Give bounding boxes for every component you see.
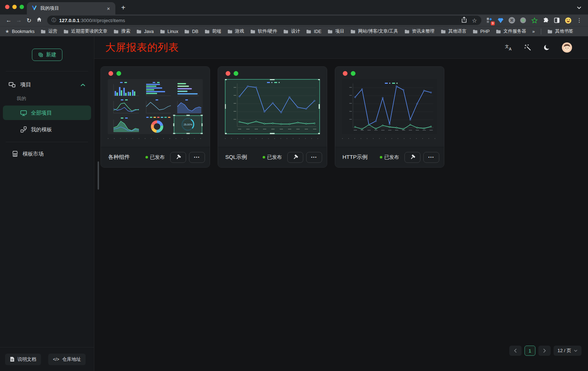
folder-icon xyxy=(63,29,69,34)
home-button[interactable] xyxy=(34,17,44,24)
project-card[interactable]: SQL示例 已发布 ••• xyxy=(218,66,327,168)
language-translate-icon[interactable]: 文A xyxy=(505,44,513,51)
current-page-button[interactable]: 1 xyxy=(525,346,535,356)
chevron-up-icon[interactable] xyxy=(81,82,85,88)
window-close-button[interactable] xyxy=(5,5,9,9)
hammer-icon xyxy=(175,154,181,160)
edit-hammer-button[interactable] xyxy=(404,152,420,163)
svg-text:文: 文 xyxy=(505,44,509,49)
docs-button[interactable]: 说明文档 xyxy=(5,354,41,365)
edit-hammer-button[interactable] xyxy=(287,152,303,163)
project-thumbnail[interactable] xyxy=(342,79,437,134)
address-bar[interactable]: ⓘ 127.0.0.1:3000/#/project/items ☆ xyxy=(47,16,481,25)
red-dot xyxy=(108,71,113,76)
side-panel-icon[interactable] xyxy=(553,17,560,24)
bookmark-folder[interactable]: 资讯未整理 xyxy=(404,28,435,34)
previous-page-button[interactable] xyxy=(509,346,522,356)
sidebar: 新建 项目 我的 全部项目 我的模板 模板 xyxy=(0,36,94,371)
project-card[interactable]: 25.00% 各种组件 已发布 ••• xyxy=(100,66,210,168)
share-icon[interactable] xyxy=(461,17,467,24)
magic-wand-icon[interactable] xyxy=(524,44,531,51)
tab-close-icon[interactable]: × xyxy=(105,5,112,12)
tab-manager-extension-icon[interactable]: 9 xyxy=(486,17,493,24)
command-extension-icon[interactable]: ⌘ xyxy=(508,17,515,24)
more-options-button[interactable]: ••• xyxy=(423,152,439,163)
recorder-extension-icon[interactable] xyxy=(519,17,527,24)
bookmarks-manager-item[interactable]: ★ Bookmarks xyxy=(5,29,34,34)
forward-button[interactable]: → xyxy=(14,17,24,24)
extension-icons: 9 ⌘ ⋮ xyxy=(484,17,584,24)
reload-button[interactable]: ↻ xyxy=(24,17,34,24)
red-dot xyxy=(343,71,348,76)
bookmark-folder[interactable]: 文件服务器 xyxy=(496,28,526,34)
hammer-icon xyxy=(292,154,299,160)
sidebar-section-projects[interactable]: 项目 xyxy=(0,77,94,92)
bookmark-folder[interactable]: 项目 xyxy=(328,28,344,34)
bookmark-folder[interactable]: 前端 xyxy=(205,28,221,34)
folder-icon xyxy=(350,29,355,34)
window-controls xyxy=(5,5,24,9)
browser-tab-strip: 我的项目 × + xyxy=(0,0,588,15)
bookmark-folder[interactable]: PHP xyxy=(473,29,490,34)
project-thumbnail[interactable] xyxy=(225,79,320,134)
project-thumbnail[interactable]: 25.00% xyxy=(108,79,203,134)
bookmark-folder[interactable]: Linux xyxy=(160,29,178,34)
edit-hammer-button[interactable] xyxy=(170,152,186,163)
code-icon: </> xyxy=(53,357,59,362)
sidebar-item-my-templates[interactable]: 我的模板 xyxy=(3,122,91,137)
bookmark-folder[interactable]: 软件/硬件 xyxy=(250,28,277,34)
folder-icon xyxy=(496,29,501,34)
bookmark-folder[interactable]: 设计 xyxy=(283,28,300,34)
new-tab-button[interactable]: + xyxy=(121,4,126,12)
bookmark-folder[interactable]: Java xyxy=(136,29,153,34)
sidebar-item-template-market[interactable]: 模板市场 xyxy=(3,146,91,162)
bookmark-folder[interactable]: 近期需要读的文章 xyxy=(63,28,107,34)
bookmark-label: 项目 xyxy=(335,28,344,34)
green-dot xyxy=(116,71,121,76)
site-info-icon[interactable]: ⓘ xyxy=(52,17,56,24)
green-star-extension-icon[interactable] xyxy=(531,17,538,24)
green-dot xyxy=(234,71,238,76)
bookmark-folder[interactable]: DB xyxy=(184,29,198,34)
more-options-button[interactable]: ••• xyxy=(306,152,322,163)
bookmark-folder[interactable]: 搜索 xyxy=(114,28,130,34)
folder-icon xyxy=(184,29,189,34)
other-bookmarks-folder[interactable]: 其他书签 xyxy=(547,28,573,34)
next-page-button[interactable] xyxy=(538,346,551,356)
back-button[interactable]: ← xyxy=(4,17,14,24)
sidebar-divider xyxy=(6,71,88,71)
emoji-extension-icon[interactable] xyxy=(564,17,572,24)
browser-tab[interactable]: 我的项目 × xyxy=(27,2,115,15)
gem-extension-icon[interactable] xyxy=(497,17,504,24)
template-blocks-icon xyxy=(20,126,27,133)
bookmark-folder[interactable]: 网站/博客/文章/工具 xyxy=(350,28,398,34)
main-area: 大屏报表的列表 文A xyxy=(94,36,588,371)
bookmark-star-icon[interactable]: ☆ xyxy=(472,17,477,24)
new-project-button[interactable]: 新建 xyxy=(32,49,62,61)
repo-button[interactable]: </> 仓库地址 xyxy=(48,354,86,365)
more-options-button[interactable]: ••• xyxy=(189,152,205,163)
bookmark-label: 近期需要读的文章 xyxy=(71,28,107,34)
content-scrollbar[interactable] xyxy=(98,161,99,190)
project-card[interactable]: HTTP示例 已发布 ••• xyxy=(335,66,444,168)
tab-search-chevron-icon[interactable] xyxy=(577,5,581,12)
card-status-dots xyxy=(218,67,327,76)
bookmark-folder[interactable]: 运营 xyxy=(41,28,57,34)
window-minimize-button[interactable] xyxy=(12,5,17,9)
svg-text:A: A xyxy=(509,47,511,51)
dark-mode-moon-icon[interactable] xyxy=(543,44,550,51)
bookmark-folder[interactable]: 其他语言 xyxy=(441,28,466,34)
browser-menu-kebab-icon[interactable]: ⋮ xyxy=(576,17,583,24)
card-footer: HTTP示例 已发布 ••• xyxy=(335,147,444,167)
window-zoom-button[interactable] xyxy=(20,5,24,9)
chevron-left-icon xyxy=(514,349,517,353)
bookmark-folder[interactable]: 游戏 xyxy=(227,28,244,34)
red-dot xyxy=(226,71,230,76)
page-size-select[interactable]: 12 / 页 xyxy=(554,346,581,356)
bookmark-folder[interactable]: IDE xyxy=(306,29,321,34)
bookmarks-overflow-chevron[interactable]: » xyxy=(532,29,535,34)
sidebar-item-all-projects[interactable]: 全部项目 xyxy=(3,106,91,120)
user-avatar[interactable] xyxy=(562,42,572,53)
bookmark-label: 游戏 xyxy=(235,28,244,34)
extensions-puzzle-icon[interactable] xyxy=(542,17,549,24)
